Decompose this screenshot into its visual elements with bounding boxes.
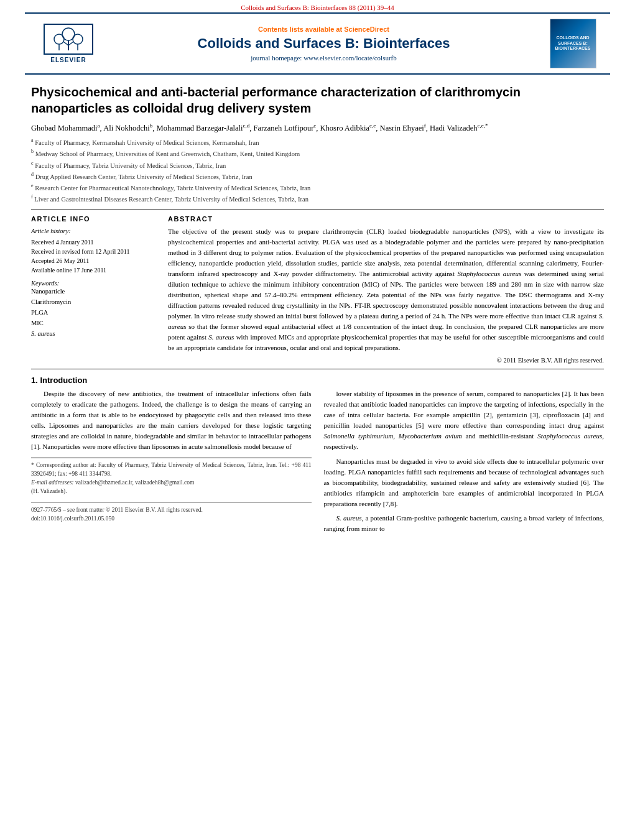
journal-header: ELSEVIER Contents lists available at Sci…: [25, 12, 610, 75]
available-date: Available online 17 June 2011: [31, 265, 155, 275]
keyword-plga: PLGA: [31, 308, 155, 318]
affiliation-c: c Faculty of Pharmacy, Tabriz University…: [31, 160, 604, 170]
elsevier-logo-area: ELSEVIER: [31, 19, 106, 68]
journal-homepage: journal homepage: www.elsevier.com/locat…: [251, 54, 397, 62]
keywords-list: Nanoparticle Clarithromycin PLGA MIC S. …: [31, 287, 155, 339]
affiliation-b: b Medway School of Pharmacy, Universitie…: [31, 148, 604, 159]
body-right-column: lower stability of liposomes in the pres…: [324, 389, 605, 538]
keywords-label: Keywords:: [31, 280, 155, 287]
elsevier-tree-icon: [47, 27, 90, 52]
journal-reference: Colloids and Surfaces B: Biointerfaces 8…: [241, 4, 394, 11]
journal-header-center: Contents lists available at ScienceDirec…: [106, 19, 542, 68]
affiliation-a: a Faculty of Pharmacy, Kermanshah Univer…: [31, 137, 604, 147]
info-abstract-columns: ARTICLE INFO Article history: Received 4…: [31, 215, 604, 364]
doi-line: doi:10.1016/j.colsurfb.2011.05.050: [31, 514, 312, 524]
affiliations: a Faculty of Pharmacy, Kermanshah Univer…: [31, 137, 604, 205]
body-left-column: Despite the discovery of new antibiotics…: [31, 389, 312, 538]
affiliation-f: f Liver and Gastrointestinal Diseases Re…: [31, 193, 604, 204]
page-container: Colloids and Surfaces B: Biointerfaces 8…: [0, 0, 635, 840]
sciencedirect-prefix: Contents lists available at ScienceDirec…: [258, 25, 389, 33]
article-info-header: ARTICLE INFO: [31, 215, 155, 223]
homepage-label: journal homepage:: [251, 54, 302, 62]
issn-line: 0927-7765/$ – see front matter © 2011 El…: [31, 505, 312, 515]
received-date: Received 4 January 2011: [31, 238, 155, 247]
homepage-url: www.elsevier.com/locate/colsurfb: [304, 54, 397, 62]
section1-heading: 1. Introduction: [31, 376, 604, 385]
article-history: Article history: Received 4 January 2011…: [31, 226, 155, 275]
body-para-3: Nanoparticles must be degraded in vivo t…: [324, 456, 605, 509]
bottom-info: 0927-7765/$ – see front matter © 2011 El…: [31, 502, 312, 524]
footnote-corresponding: * Corresponding author at: Faculty of Ph…: [31, 461, 312, 479]
journal-title: Colloids and Surfaces B: Biointerfaces: [198, 35, 450, 52]
divider-2: [31, 369, 604, 369]
divider-1: [31, 210, 604, 210]
journal-cover-area: COLLOIDS AND SURFACES B: BIOINTERFACES: [542, 19, 604, 68]
keyword-saureus: S. aureus: [31, 329, 155, 339]
body-para-1: Despite the discovery of new antibiotics…: [31, 389, 312, 452]
elsevier-label: ELSEVIER: [50, 57, 86, 63]
abstract-text: The objective of the present study was t…: [168, 226, 604, 354]
sciencedirect-link: Contents lists available at ScienceDirec…: [258, 25, 389, 33]
elsevier-logo: ELSEVIER: [44, 24, 93, 63]
article-info-column: ARTICLE INFO Article history: Received 4…: [31, 215, 155, 364]
abstract-column: ABSTRACT The objective of the present st…: [168, 215, 604, 364]
keywords-section: Keywords: Nanoparticle Clarithromycin PL…: [31, 280, 155, 339]
article-content: Physicochemical and anti-bacterial perfo…: [0, 75, 635, 547]
affiliation-d: d Drug Applied Research Center, Tabriz U…: [31, 171, 604, 182]
footnote-name: (H. Valizadeh).: [31, 487, 312, 496]
copyright-line: © 2011 Elsevier B.V. All rights reserved…: [168, 357, 604, 364]
top-bar: Colloids and Surfaces B: Biointerfaces 8…: [0, 0, 635, 12]
history-label: Article history:: [31, 226, 155, 237]
footnote-area: * Corresponding author at: Faculty of Ph…: [31, 458, 312, 496]
authors: Ghobad Mohammadia, Ali Nokhodchib, Moham…: [31, 122, 604, 133]
affiliation-e: e Research Center for Pharmaceutical Nan…: [31, 182, 604, 193]
body-para-2: lower stability of liposomes in the pres…: [324, 389, 605, 452]
body-columns: Despite the discovery of new antibiotics…: [31, 389, 604, 538]
footnote-email: E-mail addresses: valizadeh@tbzmed.ac.ir…: [31, 478, 312, 487]
keyword-clarithromycin: Clarithromycin: [31, 297, 155, 308]
revised-date: Received in revised form 12 April 2011: [31, 247, 155, 256]
article-title: Physicochemical and anti-bacterial perfo…: [31, 84, 604, 116]
journal-cover-image: COLLOIDS AND SURFACES B: BIOINTERFACES: [550, 19, 596, 68]
accepted-date: Accepted 26 May 2011: [31, 256, 155, 265]
body-content: 1. Introduction Despite the discovery of…: [31, 376, 604, 538]
abstract-header: ABSTRACT: [168, 215, 604, 223]
body-para-4: S. aureus, a potential Gram-positive pat…: [324, 513, 605, 534]
keyword-mic: MIC: [31, 318, 155, 329]
keyword-nanoparticle: Nanoparticle: [31, 287, 155, 297]
logo-box: [44, 24, 93, 55]
